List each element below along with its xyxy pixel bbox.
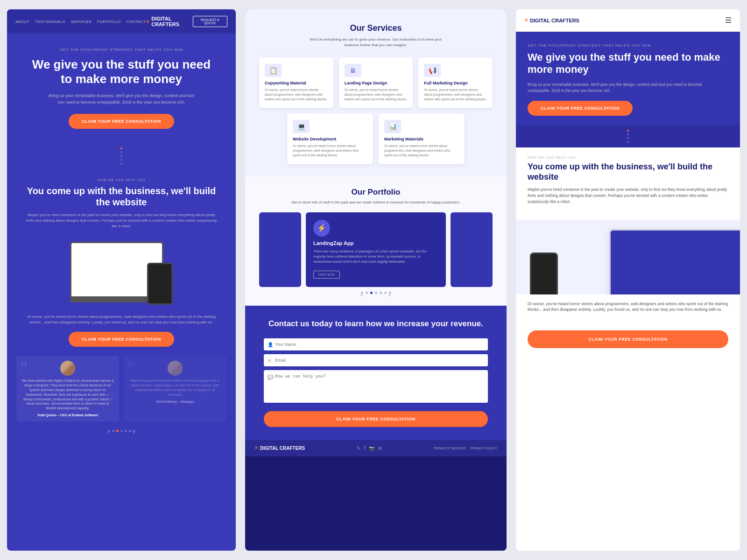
materials-icon: 📊 (389, 123, 397, 130)
portfolio-card-main: ⚡ LandingZap App There are many variatio… (306, 212, 446, 287)
service-title-4: Website Development (293, 137, 367, 141)
quote-mark-2: " (127, 358, 135, 377)
contact-submit-button[interactable]: CLAIM YOUR FREE CONSULTATION (264, 411, 488, 427)
right-panel: DIGITAL CRAFTERS ☰ GET THE FOOLPROOF STR… (516, 9, 740, 551)
right-phone (530, 252, 558, 294)
terms-link[interactable]: TERMS OF SERVICE (434, 447, 466, 450)
service-icon-1: 📋 (265, 64, 282, 77)
testimonials: " We have worked with Digital Crafters f… (7, 351, 236, 426)
scroll-dots (7, 147, 236, 164)
rp-dot-4 (627, 141, 629, 143)
services-section: Our Services We'll do everything we can … (245, 9, 507, 176)
page-dot-4[interactable] (125, 430, 127, 432)
carousel-dot-2[interactable] (370, 292, 373, 294)
social-icons: 𝕏 f 📷 in (357, 446, 382, 451)
service-desc-1: Or worse, you've heard horror stories ab… (265, 88, 328, 101)
right-laptop (609, 229, 740, 294)
right-cta-button[interactable]: CLAIM YOUR FREE CONSULTATION (528, 101, 633, 116)
next-arrow[interactable]: › (133, 430, 135, 432)
testimonial-2-author: Jarred Nimoy – Manager (128, 400, 222, 403)
service-desc-3: Or worse, you've heard horror stories ab… (424, 88, 487, 101)
carousel-next[interactable]: › (389, 292, 391, 294)
phone-mock (147, 263, 173, 305)
page-dot-1[interactable] (112, 430, 114, 432)
left-tagline: GET THE FOOLPROOF STRATEGY THAT HELPS YO… (26, 48, 217, 52)
carousel-prev[interactable]: ‹ (361, 292, 363, 294)
service-icon-3: 📢 (424, 64, 441, 77)
nav-testimonials[interactable]: TESTIMONIALS (35, 20, 65, 24)
email-input[interactable] (264, 354, 488, 366)
left-cta2-button[interactable]: CLAIM YOUR FREE CONSULTATION (69, 332, 174, 347)
portfolio-title: Our Portfolio (259, 188, 493, 197)
avatar-1 (60, 361, 75, 376)
carousel-dot-5[interactable] (384, 292, 387, 294)
service-icon-5: 📊 (384, 120, 401, 133)
dot-2 (120, 151, 122, 153)
right-device-mockup (516, 220, 740, 294)
left-section2-description: Maybe you've hired someone in the past t… (26, 212, 217, 229)
right-cta-bottom: CLAIM YOUR FREE CONSULTATION (516, 327, 740, 356)
service-desc-2: Or worse, you've heard horror stories ab… (345, 88, 408, 101)
portfolio-section: Our Portfolio We've done lots of stuff i… (245, 176, 507, 306)
right-bottom-cta-button[interactable]: CLAIM YOUR FREE CONSULTATION (528, 330, 728, 348)
right-section2-heading: You come up with the business, we'll bui… (528, 162, 728, 182)
page-dot-2[interactable] (116, 430, 119, 432)
visit-site-button[interactable]: VISIT SITE (313, 271, 340, 279)
left-section3-description: Or worse, you've heard horror stories ab… (26, 314, 217, 325)
left-heading: We give you the stuff you need to make m… (26, 57, 217, 86)
portfolio-card-left (259, 212, 301, 287)
center-panel: Our Services We'll do everything we can … (245, 9, 507, 551)
privacy-link[interactable]: PRIVACY POLICY (470, 447, 497, 450)
name-input[interactable] (264, 338, 488, 350)
page-dot-3[interactable] (120, 430, 123, 432)
services-title: Our Services (259, 23, 493, 33)
service-title-3: Full Marketing Design (424, 81, 487, 85)
service-card-3: 📢 Full Marketing Design Or worse, you've… (418, 57, 493, 108)
left-panel: ABOUT TESTIMONIALS SERVICES PORTFOLIO CO… (7, 9, 236, 551)
prev-arrow[interactable]: ‹ (108, 430, 110, 432)
instagram-icon[interactable]: 📷 (369, 446, 374, 451)
right-nav: DIGITAL CRAFTERS ☰ (516, 9, 740, 32)
rp-dot-2 (627, 133, 629, 135)
service-card-5: 📊 Marketing Materials Or worse, you've h… (379, 113, 465, 164)
device-mockup (70, 242, 173, 307)
nav-services[interactable]: SERVICES (71, 20, 92, 24)
nav-about[interactable]: ABOUT (15, 20, 29, 24)
pagination: ‹ › (7, 426, 236, 436)
nav-portfolio[interactable]: PORTFOLIO (97, 20, 121, 24)
carousel-dot-3[interactable] (375, 292, 377, 294)
carousel-dot-4[interactable] (380, 292, 382, 294)
facebook-icon[interactable]: f (364, 446, 366, 451)
message-textarea[interactable] (264, 370, 488, 403)
page-dot-5[interactable] (129, 430, 131, 432)
right-brand: DIGITAL CRAFTERS (524, 18, 579, 23)
email-icon: ✉ (268, 357, 271, 363)
portfolio-card-right (451, 212, 493, 287)
right-description: Bring us your remarkable business. We'll… (528, 82, 705, 94)
service-title-2: Landing Page Design (345, 81, 408, 85)
email-field-wrapper: ✉ (264, 354, 488, 366)
carousel-dots: ‹ › (259, 292, 493, 294)
testimonial-2: " Bellissima questa intuizione medica nu… (124, 356, 226, 421)
portfolio-card-description: There are many variations of passages of… (313, 249, 438, 265)
nav-contact[interactable]: CONTACT (127, 20, 146, 24)
service-card-2: 🖥 Landing Page Design Or worse, you've h… (339, 57, 413, 108)
carousel-dot-1[interactable] (366, 292, 368, 294)
service-icon-4: 💻 (293, 120, 310, 133)
left-nav: ABOUT TESTIMONIALS SERVICES PORTFOLIO CO… (7, 9, 236, 34)
portfolio-carousel: ⚡ LandingZap App There are many variatio… (259, 212, 493, 287)
landing-icon: 🖥 (350, 67, 356, 74)
twitter-icon[interactable]: 𝕏 (357, 446, 360, 451)
avatar-2 (168, 361, 183, 376)
quote-mark-1: " (20, 358, 28, 377)
left-cta-button[interactable]: CLAIM YOUR FREE CONSULTATION (69, 114, 174, 129)
testimonial-1-text: We have worked with Digital Crafters for… (21, 378, 114, 411)
request-quote-button[interactable]: REQUEST A QUOTE (193, 16, 227, 27)
linkedin-icon[interactable]: in (378, 446, 382, 451)
right-dots (516, 125, 740, 147)
dot-5 (120, 162, 122, 164)
hamburger-icon[interactable]: ☰ (725, 16, 732, 25)
web-icon: 💻 (297, 123, 305, 130)
left-section2: HOW WE CAN HELP YOU You come up with the… (7, 174, 236, 242)
copy-icon: 📋 (269, 67, 277, 74)
